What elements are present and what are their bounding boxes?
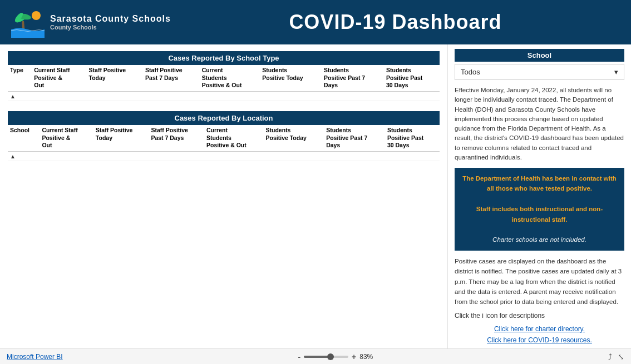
table1-col-students-7days: StudentsPositive Past 7Days xyxy=(322,65,384,91)
zoom-slider[interactable] xyxy=(304,356,348,358)
zoom-controls: - + 83% xyxy=(298,352,373,361)
table2-expand-icon[interactable]: ▲ xyxy=(10,153,16,159)
school-dropdown[interactable]: Todos ▾ xyxy=(455,64,624,80)
table2-section: Cases Reported By Location School Curren… xyxy=(8,111,440,161)
table2-col-staff-today: Staff PositiveToday xyxy=(93,125,149,151)
header: Sarasota County Schools County Schools C… xyxy=(0,0,631,44)
bottom-icons: ⤴ ⤡ xyxy=(608,352,624,361)
dashboard-title: COVID-19 Dashboard xyxy=(171,11,620,34)
main-container: Sarasota County Schools County Schools C… xyxy=(0,0,631,364)
table2-col-staff-7days: Staff PositivePast 7 Days xyxy=(149,125,204,151)
table2: School Current StaffPositive &Out Staff … xyxy=(8,125,440,161)
svg-point-1 xyxy=(32,11,41,20)
logo-area: Sarasota County Schools County Schools xyxy=(11,7,171,38)
table1-section: Cases Reported By School Type Type Curre… xyxy=(8,51,440,101)
table1-expand-icon[interactable]: ▲ xyxy=(10,93,16,99)
school-dropdown-value: Todos xyxy=(461,68,480,76)
table1-title: Cases Reported By School Type xyxy=(8,51,440,65)
click-icon-note: Click the i icon for descriptions xyxy=(455,312,624,320)
table2-col-students-today: StudentsPositive Today xyxy=(264,125,324,151)
alert-line2: Staff includes both instructional and no… xyxy=(461,204,618,225)
table2-title: Cases Reported By Location xyxy=(8,111,440,125)
secondary-info: Positive cases are displayed on the dash… xyxy=(455,256,624,307)
table1-col-staff-7days: Staff PositivePast 7 Days xyxy=(143,65,200,91)
info-text: Effective Monday, January 24, 2022, all … xyxy=(455,86,624,162)
table2-col-current-students: CurrentStudentsPositive & Out xyxy=(204,125,264,151)
table1-col-staff-today: Staff PositiveToday xyxy=(87,65,144,91)
zoom-slider-handle[interactable] xyxy=(327,353,334,360)
table2-header-row: School Current StaffPositive &Out Staff … xyxy=(8,125,440,151)
table1-col-students-today: StudentsPositive Today xyxy=(260,65,322,91)
left-panel: Cases Reported By School Type Type Curre… xyxy=(0,44,447,348)
bottom-bar: Microsoft Power BI - + 83% ⤴ ⤡ xyxy=(0,348,631,364)
table1-col-students-30days: StudentsPositive Past30 Days xyxy=(384,65,440,91)
table2-col-current-staff: Current StaffPositive &Out xyxy=(40,125,93,151)
table1-expand-row: ▲ xyxy=(8,91,440,101)
zoom-slider-fill xyxy=(304,356,328,358)
table1-header-row: Type Current StaffPositive &Out Staff Po… xyxy=(8,65,440,91)
table1-col-current-students: CurrentStudentsPositive & Out xyxy=(200,65,260,91)
table1-col-type: Type xyxy=(8,65,32,91)
fullscreen-icon[interactable]: ⤡ xyxy=(618,352,624,361)
alert-box: The Department of Health has been in con… xyxy=(455,168,624,251)
table2-expand-row: ▲ xyxy=(8,151,440,161)
table2-col-students-7days: StudentsPositive Past 7Days xyxy=(324,125,385,151)
logo-sarasota: Sarasota County Schools xyxy=(50,13,171,24)
school-section: School Todos ▾ xyxy=(455,49,624,80)
school-label: School xyxy=(455,49,624,62)
powerbi-link[interactable]: Microsoft Power BI xyxy=(7,353,63,361)
zoom-minus-button[interactable]: - xyxy=(298,352,300,361)
charter-directory-link[interactable]: Click here for charter directory. xyxy=(455,325,624,333)
right-panel: School Todos ▾ Effective Monday, January… xyxy=(447,44,631,348)
content-area: Cases Reported By School Type Type Curre… xyxy=(0,44,631,348)
logo-subtitle: County Schools xyxy=(50,24,171,31)
alert-line3: Charter schools are not included. xyxy=(461,235,618,245)
zoom-percent-label: 83% xyxy=(359,353,373,361)
share-icon[interactable]: ⤴ xyxy=(608,352,612,361)
table1-col-current-staff: Current StaffPositive &Out xyxy=(32,65,86,91)
table1: Type Current StaffPositive &Out Staff Po… xyxy=(8,65,440,101)
covid-resources-link[interactable]: Click here for COVID-19 resources. xyxy=(455,336,624,344)
table2-col-school: School xyxy=(8,125,40,151)
logo-icon xyxy=(11,7,45,38)
zoom-plus-button[interactable]: + xyxy=(352,352,356,361)
chevron-down-icon: ▾ xyxy=(614,68,618,76)
alert-line1: The Department of Health has been in con… xyxy=(461,173,618,194)
logo-text: Sarasota County Schools County Schools xyxy=(50,13,171,31)
table2-col-students-30days: StudentsPositive Past30 Days xyxy=(385,125,440,151)
